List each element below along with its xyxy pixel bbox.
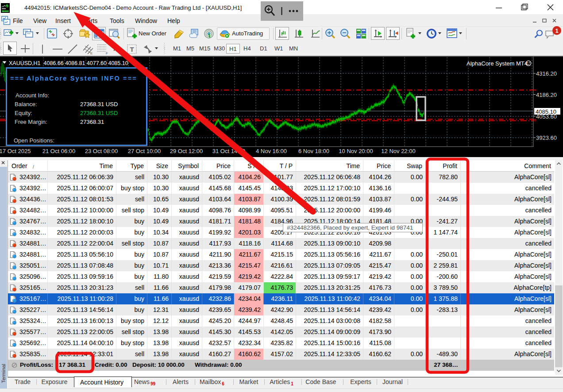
svg-text:F: F — [106, 51, 108, 55]
svg-text:T: T — [130, 46, 134, 53]
svg-text:1: 1 — [555, 27, 558, 34]
svg-text:Markets: Markets — [2, 10, 8, 12]
svg-text:E: E — [90, 51, 93, 55]
